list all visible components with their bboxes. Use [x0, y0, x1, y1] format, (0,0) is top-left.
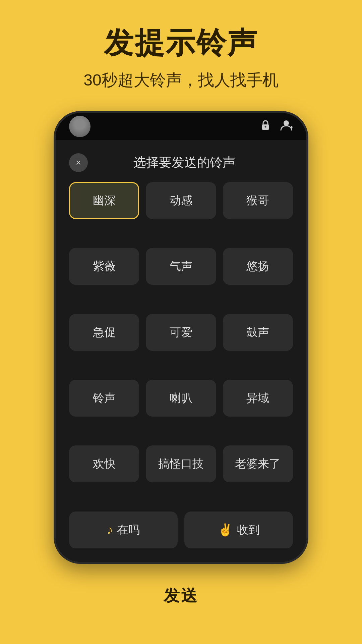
ringtone-btn-6[interactable]: 悠扬: [223, 248, 293, 285]
avatar-face: [69, 116, 90, 137]
main-title: 发提示铃声: [104, 27, 258, 59]
ringtone-btn-8[interactable]: 可爱: [146, 314, 216, 351]
send-button-wrapper: 发送: [0, 564, 362, 624]
action-here-label: 在吗: [117, 522, 140, 538]
ringtone-btn-7[interactable]: 急促: [69, 314, 139, 351]
ringtone-btn-1[interactable]: 幽深: [69, 182, 139, 219]
svg-point-2: [284, 120, 289, 126]
action-row: ♪ 在吗 ✌ 收到: [69, 512, 293, 548]
ringtone-btn-13[interactable]: 欢快: [69, 445, 139, 482]
close-button[interactable]: ×: [69, 153, 88, 172]
svg-point-1: [265, 126, 266, 127]
ringtone-btn-12[interactable]: 异域: [223, 380, 293, 417]
top-section: 发提示铃声 30秒超大铃声，找人找手机: [0, 0, 362, 111]
action-btn-received[interactable]: ✌ 收到: [184, 512, 293, 548]
ringtone-btn-15[interactable]: 老婆来了: [223, 445, 293, 482]
dialog-title: 选择要发送的铃声: [95, 154, 293, 171]
ringtone-btn-3[interactable]: 猴哥: [223, 182, 293, 219]
avatar: [69, 116, 90, 137]
phone-status-bar: [56, 113, 306, 140]
ringtone-btn-14[interactable]: 搞怪口技: [146, 445, 216, 482]
sub-title: 30秒超大铃声，找人找手机: [83, 69, 278, 91]
action-received-label: 收到: [237, 522, 260, 538]
ringtone-btn-4[interactable]: 紫薇: [69, 248, 139, 285]
dialog-header: × 选择要发送的铃声: [69, 140, 293, 182]
ringtone-btn-10[interactable]: 铃声: [69, 380, 139, 417]
music-icon: ♪: [107, 523, 113, 537]
send-button[interactable]: 发送: [54, 577, 308, 614]
ringtone-grid: 幽深 动感 猴哥 紫薇 气声 悠扬 急促 可爱 鼓声 铃声 喇叭 异域 欢快 搞…: [69, 182, 293, 505]
ringtone-btn-5[interactable]: 气声: [146, 248, 216, 285]
ringtone-btn-11[interactable]: 喇叭: [146, 380, 216, 417]
phone-content: × 选择要发送的铃声 幽深 动感 猴哥 紫薇 气声 悠扬 急促 可爱 鼓声 铃声…: [56, 140, 306, 562]
status-icons: [259, 119, 293, 134]
phone-mockup: × 选择要发送的铃声 幽深 动感 猴哥 紫薇 气声 悠扬 急促 可爱 鼓声 铃声…: [54, 111, 308, 564]
action-btn-here[interactable]: ♪ 在吗: [69, 512, 178, 548]
ringtone-btn-9[interactable]: 鼓声: [223, 314, 293, 351]
peace-icon: ✌: [218, 523, 233, 537]
user-icon: [280, 119, 293, 134]
ringtone-btn-2[interactable]: 动感: [146, 182, 216, 219]
lock-icon: [259, 119, 272, 134]
